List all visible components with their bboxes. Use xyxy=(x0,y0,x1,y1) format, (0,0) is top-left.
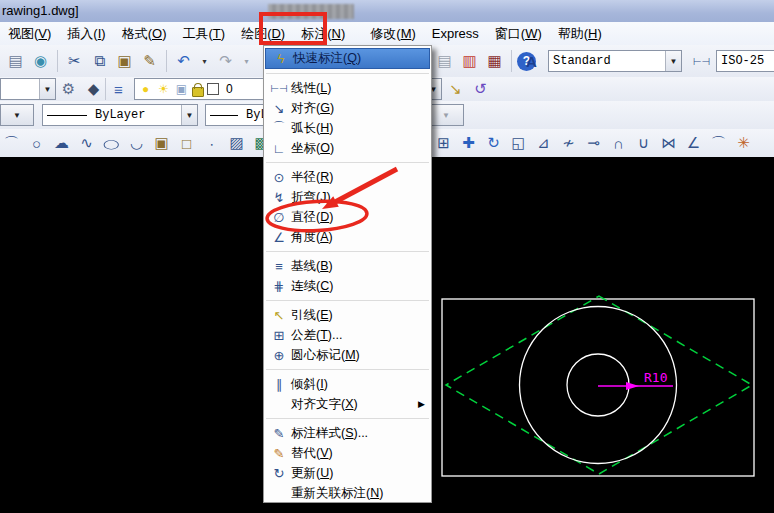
menu-item-label: 标注样式(S)... xyxy=(291,425,425,442)
insert-block-icon[interactable]: ▣ xyxy=(150,132,173,155)
menubar-item-i[interactable]: 插入(I) xyxy=(64,25,108,43)
menu-item-t-tolerance-icon[interactable]: ⊞公差(T)... xyxy=(264,325,431,345)
menubar-item-h[interactable]: 帮助(H) xyxy=(555,25,605,43)
plot-icon[interactable]: ▤ xyxy=(4,50,27,73)
toolbar-separator xyxy=(166,50,167,72)
menu-item-label: 替代(V) xyxy=(291,445,425,462)
calculator-icon[interactable]: ▦ xyxy=(483,50,506,73)
leader-icon: ↖ xyxy=(267,308,291,323)
text-style-combo[interactable]: Standard ▼ xyxy=(548,50,682,72)
menu-item-l-linear-dim-icon[interactable]: ⊢⊣线性(L) xyxy=(264,78,431,98)
menubar-item-w[interactable]: 窗口(W) xyxy=(492,25,545,43)
blurred-text xyxy=(268,4,354,19)
copy-icon[interactable]: ⧉ xyxy=(88,50,111,73)
undo-icon[interactable]: ↶ xyxy=(172,50,195,73)
title-bar[interactable]: rawing1.dwg] xyxy=(0,0,774,23)
arc-icon[interactable]: ⌒ xyxy=(0,132,23,155)
make-object-layer-current-icon[interactable]: ↘ xyxy=(444,78,467,101)
layer-previous-icon[interactable]: ↺ xyxy=(469,78,492,101)
menu-item-label: 圆心标记(M) xyxy=(291,347,425,364)
lineweight-sample xyxy=(210,115,238,116)
join-icon[interactable]: ⋈ xyxy=(657,132,680,155)
menu-item-u-update-dim-icon[interactable]: ↻更新(U) xyxy=(264,463,431,483)
workspace-caret-icon[interactable]: ▼ xyxy=(39,79,55,99)
revision-cloud-icon[interactable]: ☁ xyxy=(50,132,73,155)
gear-icon[interactable]: ⚙ xyxy=(57,78,80,101)
make-block-icon[interactable]: □ xyxy=(175,132,198,155)
aligned-dim-icon: ↘ xyxy=(267,101,291,116)
menu-item-q-quick-dim-icon[interactable]: ϟ快速标注(Q) xyxy=(265,48,430,69)
menu-separator xyxy=(266,369,429,370)
move-icon[interactable]: ✚ xyxy=(457,132,480,155)
menubar-item-d[interactable]: 绘图(D) xyxy=(238,25,288,43)
linetype-caret-icon[interactable]: ▼ xyxy=(181,105,197,125)
menu-item-h-arc-length-dim-icon[interactable]: ⌒弧长(H) xyxy=(264,118,431,138)
extend-icon[interactable]: ⊸ xyxy=(582,132,605,155)
spline-icon[interactable]: ∿ xyxy=(75,132,98,155)
menu-item-m-center-mark-icon[interactable]: ⊕圆心标记(M) xyxy=(264,345,431,365)
menu-item-c-continue-dim-icon[interactable]: ⋕连续(C) xyxy=(264,276,431,296)
menu-item-j-jogged-dim-icon[interactable]: ↯折弯(J) xyxy=(264,187,431,207)
menu-item-v-override-icon[interactable]: ✎替代(V) xyxy=(264,443,431,463)
ellipse-icon[interactable]: ◯ xyxy=(100,136,123,150)
color-swatch-icon xyxy=(207,83,219,95)
menu-item-s-dim-style-menu-icon[interactable]: ✎标注样式(S)... xyxy=(264,423,431,443)
menu-item-d-diameter-dim-icon[interactable]: ∅直径(D) xyxy=(264,207,431,227)
menu-item-x-plain[interactable]: 对齐文字(X)▶ xyxy=(264,394,431,414)
stamp-icon[interactable]: ▥ xyxy=(458,50,481,73)
menu-item-e-leader-icon[interactable]: ↖引线(E) xyxy=(264,305,431,325)
menubar-item-v[interactable]: 视图(V) xyxy=(5,25,54,43)
linetype-combo[interactable]: ByLayer ▼ xyxy=(42,104,198,126)
stretch-icon[interactable]: ⊿ xyxy=(532,132,555,155)
layer-states-icon[interactable]: ◆ xyxy=(82,78,105,101)
match-properties-icon[interactable]: ✎ xyxy=(138,50,161,73)
menubar-item-n[interactable]: 标注(N) xyxy=(298,25,348,43)
menu-item-o-ordinate-dim-icon[interactable]: ∟坐标(O) xyxy=(264,138,431,158)
text-style-icon[interactable]: A xyxy=(520,50,543,73)
menu-item-a-angular-dim-icon[interactable]: ∠角度(A) xyxy=(264,227,431,247)
color-combo[interactable]: ▼ xyxy=(0,104,34,126)
point-icon[interactable]: ∙ xyxy=(200,132,223,155)
circle-icon[interactable]: ○ xyxy=(25,132,48,155)
menu-item-n-plain[interactable]: 重新关联标注(N) xyxy=(264,483,431,503)
menu-item-i-oblique-icon[interactable]: ∥倾斜(I) xyxy=(264,374,431,394)
ellipse-arc-icon[interactable]: ◡ xyxy=(125,132,148,155)
menu-item-label: 公差(T)... xyxy=(291,327,425,344)
menubar-item-o[interactable]: 格式(O) xyxy=(119,25,170,43)
trim-icon[interactable]: ≁ xyxy=(557,132,580,155)
baseline-dim-icon: ≡ xyxy=(267,259,291,274)
linetype-value: ByLayer xyxy=(91,108,181,122)
paste-icon[interactable]: ▣ xyxy=(113,50,136,73)
redo-icon[interactable]: ↷ xyxy=(214,50,237,73)
sheet-set-icon[interactable]: ▤ xyxy=(433,50,456,73)
redo-caret-icon[interactable]: ▾ xyxy=(239,50,254,73)
menubar-item-t[interactable]: 工具(T) xyxy=(179,25,228,43)
workspace-combo[interactable]: ▼ xyxy=(0,78,56,100)
menu-item-r-radius-dim-icon[interactable]: ⊙半径(R) xyxy=(264,167,431,187)
explode-icon[interactable]: ✳ xyxy=(732,132,755,155)
undo-caret-icon[interactable]: ▾ xyxy=(197,50,212,73)
menubar-item-express[interactable]: Express xyxy=(429,26,482,41)
break-icon[interactable]: ∪ xyxy=(632,132,655,155)
menubar-item-m[interactable]: 修改(M) xyxy=(367,25,419,43)
menu-item-g-aligned-dim-icon[interactable]: ↘对齐(G) xyxy=(264,98,431,118)
text-style-caret-icon[interactable]: ▼ xyxy=(665,51,681,71)
dim-style-combo[interactable]: ISO-25 xyxy=(716,50,774,72)
continue-dim-icon: ⋕ xyxy=(267,279,291,294)
menu-item-label: 弧长(H) xyxy=(291,120,425,137)
break-at-point-icon[interactable]: ∩ xyxy=(607,132,630,155)
cut-icon[interactable]: ✂ xyxy=(63,50,86,73)
color-caret-icon[interactable]: ▼ xyxy=(1,105,33,125)
layers-icon[interactable]: ≡ xyxy=(107,78,130,101)
menu-item-b-baseline-dim-icon[interactable]: ≡基线(B) xyxy=(264,256,431,276)
publish-icon[interactable]: ◉ xyxy=(29,50,52,73)
rotate-icon[interactable]: ↻ xyxy=(482,132,505,155)
chamfer-icon[interactable]: ∠ xyxy=(682,132,705,155)
array-icon[interactable]: ⊞ xyxy=(432,132,455,155)
fillet-icon[interactable]: ⌒ xyxy=(707,132,730,155)
scale-icon[interactable]: ◱ xyxy=(507,132,530,155)
dim-style-toolbar-icon[interactable]: ⊢⊣ xyxy=(690,50,713,73)
hatch-icon[interactable]: ▨ xyxy=(225,132,248,155)
sun-icon: ☀ xyxy=(156,81,171,98)
inner-circle xyxy=(567,354,629,416)
